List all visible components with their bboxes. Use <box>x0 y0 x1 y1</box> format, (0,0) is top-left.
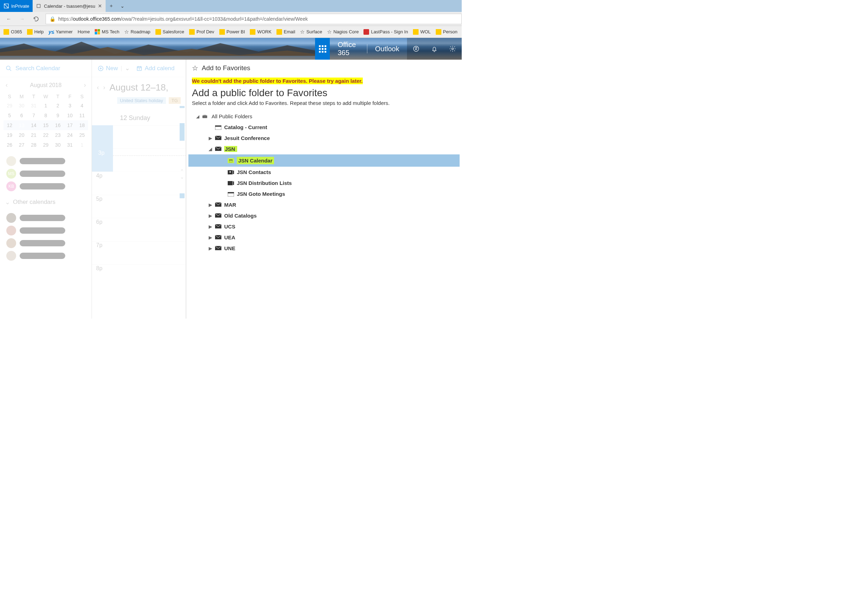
mini-day[interactable]: 10 <box>64 111 76 120</box>
mini-day[interactable]: 11 <box>76 111 88 120</box>
panel-header[interactable]: Add to Favorites <box>202 64 250 72</box>
calendar-chip-holiday[interactable]: United States holiday <box>117 97 166 104</box>
tree-node-catalog[interactable]: ▶ Catalog - Current <box>188 122 460 132</box>
fav-home[interactable]: Home <box>78 29 90 35</box>
chevron-down-icon[interactable]: ⌄ <box>125 65 130 72</box>
mini-day[interactable]: 27 <box>15 140 27 150</box>
add-calendar-button[interactable]: Add calend <box>136 65 175 72</box>
collapse-handle[interactable]: ⌃⌄ <box>180 169 184 180</box>
mini-day[interactable]: 22 <box>40 130 51 140</box>
tree-node-uea[interactable]: ▶ UEA <box>188 232 460 243</box>
calendar-person[interactable] <box>0 212 92 224</box>
notifications-icon[interactable] <box>425 38 444 60</box>
calendar-person[interactable]: MS <box>0 167 92 180</box>
fav-work[interactable]: WORK <box>250 29 271 35</box>
address-bar[interactable]: 🔒 https://outlook.office365.com/owa/?rea… <box>46 14 462 24</box>
app-name[interactable]: Outlook <box>367 45 407 53</box>
tree-node-jsn[interactable]: ◢ JSN <box>188 143 460 154</box>
next-week[interactable]: › <box>103 84 105 91</box>
mini-day[interactable]: 4 <box>76 101 88 111</box>
mini-day[interactable]: 29 <box>40 140 51 150</box>
browser-tab[interactable]: Calendar - tsassen@jesu ✕ <box>33 0 105 12</box>
mini-day[interactable]: 31 <box>64 140 76 150</box>
calendar-chip-tg[interactable]: TG <box>169 97 181 104</box>
search-calendar[interactable]: Search Calendar <box>0 60 92 77</box>
forward-button[interactable]: → <box>20 16 24 22</box>
mini-day[interactable]: 3 <box>64 101 76 111</box>
fav-roadmap[interactable]: ☆Roadmap <box>124 29 150 35</box>
mini-day[interactable]: 6 <box>15 111 27 120</box>
mini-day[interactable]: 31 <box>28 101 40 111</box>
mini-day[interactable]: 15 <box>40 120 51 130</box>
event-bar[interactable] <box>180 123 185 141</box>
calendar-person[interactable] <box>0 237 92 250</box>
fav-o365[interactable]: O365 <box>3 29 22 35</box>
tree-node-jesuit[interactable]: ▶ Jesuit Conference <box>188 132 460 143</box>
calendar-person[interactable]: KB <box>0 180 92 193</box>
calendar-person[interactable] <box>0 250 92 262</box>
mini-day[interactable]: 23 <box>52 130 64 140</box>
mini-day[interactable]: 25 <box>76 130 88 140</box>
mini-day[interactable]: 5 <box>3 111 15 120</box>
fav-surface[interactable]: ☆Surface <box>300 29 322 35</box>
new-button[interactable]: New | ⌄ <box>98 65 130 72</box>
tree-node-jsn-contacts[interactable]: ▶ JSN Contacts <box>188 167 460 178</box>
fav-lastpass[interactable]: LastPass - Sign In <box>364 29 408 35</box>
tree-node-mar[interactable]: ▶ MAR <box>188 199 460 210</box>
mini-day[interactable]: 21 <box>28 130 40 140</box>
mini-day[interactable]: 30 <box>52 140 64 150</box>
tree-node-une[interactable]: ▶ UNE <box>188 243 460 254</box>
fav-powerbi[interactable]: Power BI <box>219 29 245 35</box>
brand[interactable]: Office 365 <box>330 41 367 57</box>
mini-day[interactable]: 18 <box>76 120 88 130</box>
other-calendars-header[interactable]: ⌄ Other calendars <box>0 195 92 209</box>
fav-help[interactable]: Help <box>27 29 44 35</box>
tabs-dropdown-button[interactable]: ⌄ <box>117 0 128 12</box>
app-launcher[interactable] <box>315 38 330 60</box>
mini-day[interactable]: 12 <box>3 120 15 130</box>
tree-node-ucs[interactable]: ▶ UCS <box>188 221 460 232</box>
mini-day[interactable]: 24 <box>64 130 76 140</box>
mini-day[interactable]: 20 <box>15 130 27 140</box>
settings-icon[interactable] <box>444 38 462 60</box>
refresh-button[interactable] <box>33 16 39 22</box>
new-tab-button[interactable]: ＋ <box>105 0 117 12</box>
prev-month[interactable]: ‹ <box>6 81 8 89</box>
tree-root[interactable]: ◢ All Public Folders <box>188 111 460 122</box>
mini-day[interactable]: 13 <box>15 120 27 130</box>
fav-wol[interactable]: WOL <box>413 29 431 35</box>
tree-node-oldcat[interactable]: ▶ Old Catalogs <box>188 210 460 221</box>
fav-nagios[interactable]: ☆Nagios Core <box>327 29 358 35</box>
mini-day[interactable]: 26 <box>3 140 15 150</box>
tab-close-icon[interactable]: ✕ <box>98 3 102 9</box>
mini-day[interactable]: 9 <box>52 111 64 120</box>
mini-day[interactable]: 19 <box>3 130 15 140</box>
mini-day[interactable]: 14 <box>28 120 40 130</box>
fav-profdev[interactable]: Prof Dev <box>189 29 214 35</box>
mini-day[interactable]: 1 <box>76 140 88 150</box>
tree-node-jsn-goto[interactable]: ▶ JSN Goto Meetings <box>188 188 460 199</box>
fav-email[interactable]: Email <box>277 29 295 35</box>
mini-day[interactable]: 29 <box>3 101 15 111</box>
time-grid[interactable]: 3p 2p3p4p5p6p7p8p <box>92 125 186 272</box>
calendar-person[interactable] <box>0 224 92 237</box>
skype-icon[interactable] <box>407 38 425 60</box>
prev-week[interactable]: ‹ <box>97 84 99 91</box>
mini-day[interactable]: 28 <box>28 140 40 150</box>
mini-day[interactable]: 2 <box>52 101 64 111</box>
back-button[interactable]: ← <box>6 16 11 22</box>
event-bar[interactable] <box>180 193 185 198</box>
mini-day[interactable]: 1 <box>40 101 51 111</box>
mini-day[interactable]: 7 <box>28 111 40 120</box>
fav-person[interactable]: Person <box>436 29 457 35</box>
calendar-person[interactable] <box>0 155 92 167</box>
fav-salesforce[interactable]: Salesforce <box>155 29 184 35</box>
mini-day[interactable]: 16 <box>52 120 64 130</box>
fav-yammer[interactable]: y≤Yammer <box>49 29 73 35</box>
mini-day[interactable]: 17 <box>64 120 76 130</box>
tree-node-jsn-calendar[interactable]: ▶ JSN Calendar <box>188 154 460 167</box>
mini-day[interactable]: 30 <box>15 101 27 111</box>
mini-day[interactable]: 8 <box>40 111 51 120</box>
next-month[interactable]: › <box>84 81 86 89</box>
tree-node-jsn-dl[interactable]: ▶ JSN Distribution Lists <box>188 178 460 188</box>
